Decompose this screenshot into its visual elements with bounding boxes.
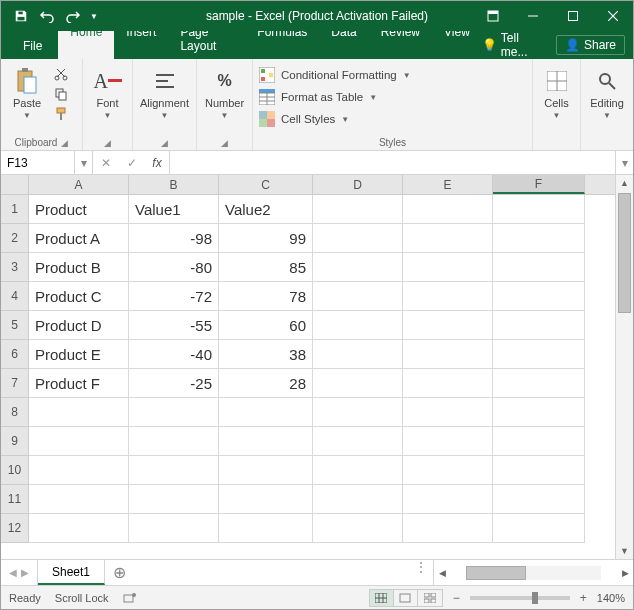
normal-view-icon[interactable] xyxy=(370,590,394,606)
cell[interactable] xyxy=(493,282,585,311)
cell[interactable] xyxy=(403,369,493,398)
page-break-view-icon[interactable] xyxy=(418,590,442,606)
cell[interactable]: -98 xyxy=(129,224,219,253)
alignment-button[interactable]: Alignment ▼ xyxy=(137,63,192,129)
cell[interactable]: 85 xyxy=(219,253,313,282)
paste-button[interactable]: Paste ▼ xyxy=(5,63,49,129)
cell[interactable] xyxy=(403,195,493,224)
cell[interactable] xyxy=(493,514,585,543)
conditional-formatting-button[interactable]: Conditional Formatting ▼ xyxy=(259,65,411,85)
column-header[interactable]: A xyxy=(29,175,129,194)
sheet-tab[interactable]: Sheet1 xyxy=(38,560,105,585)
dialog-launcher-icon[interactable]: ◢ xyxy=(104,138,111,148)
cell[interactable]: 60 xyxy=(219,311,313,340)
cell[interactable]: Product B xyxy=(29,253,129,282)
cell[interactable] xyxy=(313,282,403,311)
cell[interactable] xyxy=(219,485,313,514)
cell[interactable] xyxy=(493,311,585,340)
qat-dropdown-icon[interactable]: ▼ xyxy=(87,4,101,28)
editing-button[interactable]: Editing ▼ xyxy=(585,63,629,129)
new-sheet-button[interactable]: ⊕ xyxy=(105,560,133,585)
dialog-launcher-icon[interactable]: ◢ xyxy=(221,138,228,148)
name-box-dropdown-icon[interactable]: ▾ xyxy=(75,151,93,174)
cell[interactable]: Product C xyxy=(29,282,129,311)
cell-styles-button[interactable]: Cell Styles ▼ xyxy=(259,109,411,129)
row-header[interactable]: 8 xyxy=(1,398,29,427)
cell[interactable] xyxy=(129,456,219,485)
column-header[interactable]: C xyxy=(219,175,313,194)
row-header[interactable]: 6 xyxy=(1,340,29,369)
page-layout-view-icon[interactable] xyxy=(394,590,418,606)
cell[interactable] xyxy=(403,456,493,485)
row-header[interactable]: 11 xyxy=(1,485,29,514)
copy-icon[interactable] xyxy=(51,85,71,103)
cell[interactable] xyxy=(403,253,493,282)
redo-icon[interactable] xyxy=(61,4,85,28)
cell[interactable] xyxy=(493,427,585,456)
sheet-nav-buttons[interactable]: ◀▶ xyxy=(1,560,38,585)
expand-formula-bar-icon[interactable]: ▾ xyxy=(615,151,633,174)
dialog-launcher-icon[interactable]: ◢ xyxy=(61,138,68,148)
zoom-level[interactable]: 140% xyxy=(597,592,625,604)
format-as-table-button[interactable]: Format as Table ▼ xyxy=(259,87,411,107)
cell[interactable] xyxy=(313,340,403,369)
cell[interactable]: 99 xyxy=(219,224,313,253)
cell[interactable] xyxy=(313,224,403,253)
cell[interactable]: Value2 xyxy=(219,195,313,224)
vertical-scrollbar[interactable]: ▲ ▼ xyxy=(615,175,633,559)
row-header[interactable]: 9 xyxy=(1,427,29,456)
name-box[interactable]: F13 xyxy=(1,151,75,174)
cell[interactable]: Product xyxy=(29,195,129,224)
dialog-launcher-icon[interactable]: ◢ xyxy=(161,138,168,148)
horizontal-scroll-thumb[interactable] xyxy=(466,566,526,580)
cell[interactable] xyxy=(403,340,493,369)
cell[interactable] xyxy=(313,195,403,224)
cell[interactable] xyxy=(493,398,585,427)
zoom-out-button[interactable]: − xyxy=(453,591,460,605)
cell[interactable] xyxy=(403,427,493,456)
cell[interactable] xyxy=(129,514,219,543)
cell[interactable] xyxy=(493,369,585,398)
cell[interactable] xyxy=(493,224,585,253)
cell[interactable]: -80 xyxy=(129,253,219,282)
cell[interactable] xyxy=(29,456,129,485)
cell[interactable] xyxy=(313,311,403,340)
cell[interactable] xyxy=(29,514,129,543)
save-icon[interactable] xyxy=(9,4,33,28)
zoom-slider[interactable] xyxy=(470,596,570,600)
cell[interactable] xyxy=(493,485,585,514)
row-header[interactable]: 5 xyxy=(1,311,29,340)
format-painter-icon[interactable] xyxy=(51,105,71,123)
cell[interactable] xyxy=(493,456,585,485)
cell[interactable] xyxy=(313,398,403,427)
column-header[interactable]: E xyxy=(403,175,493,194)
share-button[interactable]: 👤 Share xyxy=(556,35,625,55)
cell[interactable] xyxy=(29,485,129,514)
cell[interactable]: 78 xyxy=(219,282,313,311)
close-button[interactable] xyxy=(593,1,633,31)
cell[interactable] xyxy=(493,340,585,369)
cell[interactable] xyxy=(129,485,219,514)
cell[interactable]: 28 xyxy=(219,369,313,398)
maximize-button[interactable] xyxy=(553,1,593,31)
cell[interactable] xyxy=(493,195,585,224)
cell[interactable] xyxy=(313,514,403,543)
cell[interactable] xyxy=(313,369,403,398)
cell[interactable]: -40 xyxy=(129,340,219,369)
cell[interactable] xyxy=(129,398,219,427)
enter-formula-icon[interactable]: ✓ xyxy=(119,156,145,170)
cell[interactable] xyxy=(129,427,219,456)
cell[interactable]: Product E xyxy=(29,340,129,369)
zoom-in-button[interactable]: + xyxy=(580,591,587,605)
undo-icon[interactable] xyxy=(35,4,59,28)
cell[interactable] xyxy=(219,398,313,427)
cell[interactable]: Product D xyxy=(29,311,129,340)
row-header[interactable]: 7 xyxy=(1,369,29,398)
cell[interactable] xyxy=(219,514,313,543)
cell[interactable] xyxy=(403,485,493,514)
cell[interactable]: Value1 xyxy=(129,195,219,224)
cell[interactable] xyxy=(313,427,403,456)
cell[interactable]: 38 xyxy=(219,340,313,369)
vertical-scroll-thumb[interactable] xyxy=(618,193,631,313)
row-header[interactable]: 3 xyxy=(1,253,29,282)
